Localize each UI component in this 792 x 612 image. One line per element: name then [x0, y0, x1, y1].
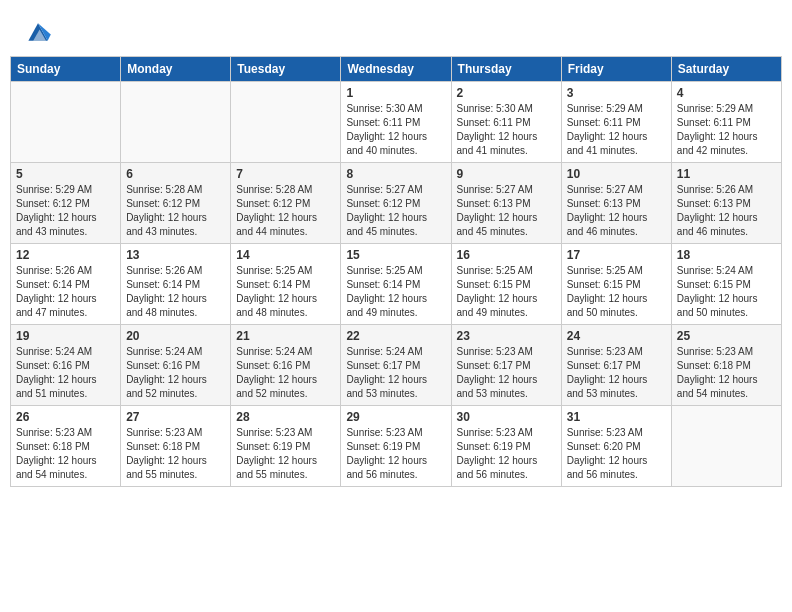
day-number: 10	[567, 167, 666, 181]
day-info: Sunrise: 5:25 AM Sunset: 6:14 PM Dayligh…	[236, 264, 335, 320]
day-number: 26	[16, 410, 115, 424]
weekday-header: Sunday	[11, 57, 121, 82]
day-number: 12	[16, 248, 115, 262]
page-header	[10, 10, 782, 52]
day-info: Sunrise: 5:24 AM Sunset: 6:16 PM Dayligh…	[236, 345, 335, 401]
logo	[22, 18, 58, 46]
calendar-cell: 31Sunrise: 5:23 AM Sunset: 6:20 PM Dayli…	[561, 406, 671, 487]
logo-icon	[22, 18, 54, 46]
day-info: Sunrise: 5:27 AM Sunset: 6:12 PM Dayligh…	[346, 183, 445, 239]
day-number: 16	[457, 248, 556, 262]
calendar-cell: 19Sunrise: 5:24 AM Sunset: 6:16 PM Dayli…	[11, 325, 121, 406]
day-info: Sunrise: 5:30 AM Sunset: 6:11 PM Dayligh…	[346, 102, 445, 158]
day-info: Sunrise: 5:26 AM Sunset: 6:14 PM Dayligh…	[126, 264, 225, 320]
day-info: Sunrise: 5:26 AM Sunset: 6:14 PM Dayligh…	[16, 264, 115, 320]
day-number: 8	[346, 167, 445, 181]
calendar-cell: 14Sunrise: 5:25 AM Sunset: 6:14 PM Dayli…	[231, 244, 341, 325]
day-number: 14	[236, 248, 335, 262]
calendar-week-row: 12Sunrise: 5:26 AM Sunset: 6:14 PM Dayli…	[11, 244, 782, 325]
day-number: 30	[457, 410, 556, 424]
day-info: Sunrise: 5:23 AM Sunset: 6:18 PM Dayligh…	[126, 426, 225, 482]
calendar-cell: 1Sunrise: 5:30 AM Sunset: 6:11 PM Daylig…	[341, 82, 451, 163]
day-number: 2	[457, 86, 556, 100]
calendar-cell: 30Sunrise: 5:23 AM Sunset: 6:19 PM Dayli…	[451, 406, 561, 487]
calendar-cell: 9Sunrise: 5:27 AM Sunset: 6:13 PM Daylig…	[451, 163, 561, 244]
calendar-cell: 11Sunrise: 5:26 AM Sunset: 6:13 PM Dayli…	[671, 163, 781, 244]
day-number: 31	[567, 410, 666, 424]
calendar-cell: 8Sunrise: 5:27 AM Sunset: 6:12 PM Daylig…	[341, 163, 451, 244]
calendar-cell: 22Sunrise: 5:24 AM Sunset: 6:17 PM Dayli…	[341, 325, 451, 406]
day-number: 28	[236, 410, 335, 424]
calendar-cell: 12Sunrise: 5:26 AM Sunset: 6:14 PM Dayli…	[11, 244, 121, 325]
day-info: Sunrise: 5:27 AM Sunset: 6:13 PM Dayligh…	[457, 183, 556, 239]
day-info: Sunrise: 5:28 AM Sunset: 6:12 PM Dayligh…	[126, 183, 225, 239]
day-number: 21	[236, 329, 335, 343]
calendar-cell: 28Sunrise: 5:23 AM Sunset: 6:19 PM Dayli…	[231, 406, 341, 487]
calendar-cell: 2Sunrise: 5:30 AM Sunset: 6:11 PM Daylig…	[451, 82, 561, 163]
day-info: Sunrise: 5:24 AM Sunset: 6:15 PM Dayligh…	[677, 264, 776, 320]
day-info: Sunrise: 5:25 AM Sunset: 6:15 PM Dayligh…	[457, 264, 556, 320]
calendar-cell: 10Sunrise: 5:27 AM Sunset: 6:13 PM Dayli…	[561, 163, 671, 244]
calendar-cell: 17Sunrise: 5:25 AM Sunset: 6:15 PM Dayli…	[561, 244, 671, 325]
calendar-cell: 13Sunrise: 5:26 AM Sunset: 6:14 PM Dayli…	[121, 244, 231, 325]
calendar-cell: 27Sunrise: 5:23 AM Sunset: 6:18 PM Dayli…	[121, 406, 231, 487]
day-number: 13	[126, 248, 225, 262]
weekday-header: Friday	[561, 57, 671, 82]
weekday-header: Thursday	[451, 57, 561, 82]
day-number: 1	[346, 86, 445, 100]
day-number: 27	[126, 410, 225, 424]
day-info: Sunrise: 5:29 AM Sunset: 6:11 PM Dayligh…	[567, 102, 666, 158]
day-info: Sunrise: 5:24 AM Sunset: 6:17 PM Dayligh…	[346, 345, 445, 401]
day-info: Sunrise: 5:23 AM Sunset: 6:19 PM Dayligh…	[236, 426, 335, 482]
day-number: 17	[567, 248, 666, 262]
day-info: Sunrise: 5:23 AM Sunset: 6:18 PM Dayligh…	[16, 426, 115, 482]
calendar-cell: 15Sunrise: 5:25 AM Sunset: 6:14 PM Dayli…	[341, 244, 451, 325]
day-number: 15	[346, 248, 445, 262]
weekday-header: Saturday	[671, 57, 781, 82]
day-number: 24	[567, 329, 666, 343]
day-info: Sunrise: 5:23 AM Sunset: 6:19 PM Dayligh…	[457, 426, 556, 482]
calendar-cell: 20Sunrise: 5:24 AM Sunset: 6:16 PM Dayli…	[121, 325, 231, 406]
calendar-cell: 25Sunrise: 5:23 AM Sunset: 6:18 PM Dayli…	[671, 325, 781, 406]
day-info: Sunrise: 5:29 AM Sunset: 6:11 PM Dayligh…	[677, 102, 776, 158]
day-number: 9	[457, 167, 556, 181]
calendar-cell	[671, 406, 781, 487]
calendar-cell: 6Sunrise: 5:28 AM Sunset: 6:12 PM Daylig…	[121, 163, 231, 244]
day-info: Sunrise: 5:23 AM Sunset: 6:18 PM Dayligh…	[677, 345, 776, 401]
day-number: 29	[346, 410, 445, 424]
day-info: Sunrise: 5:27 AM Sunset: 6:13 PM Dayligh…	[567, 183, 666, 239]
day-number: 19	[16, 329, 115, 343]
day-number: 4	[677, 86, 776, 100]
calendar-week-row: 5Sunrise: 5:29 AM Sunset: 6:12 PM Daylig…	[11, 163, 782, 244]
day-number: 25	[677, 329, 776, 343]
day-info: Sunrise: 5:29 AM Sunset: 6:12 PM Dayligh…	[16, 183, 115, 239]
day-info: Sunrise: 5:23 AM Sunset: 6:17 PM Dayligh…	[457, 345, 556, 401]
calendar-cell: 16Sunrise: 5:25 AM Sunset: 6:15 PM Dayli…	[451, 244, 561, 325]
day-number: 7	[236, 167, 335, 181]
day-info: Sunrise: 5:24 AM Sunset: 6:16 PM Dayligh…	[16, 345, 115, 401]
calendar-cell: 24Sunrise: 5:23 AM Sunset: 6:17 PM Dayli…	[561, 325, 671, 406]
day-info: Sunrise: 5:25 AM Sunset: 6:14 PM Dayligh…	[346, 264, 445, 320]
calendar-cell: 7Sunrise: 5:28 AM Sunset: 6:12 PM Daylig…	[231, 163, 341, 244]
calendar-cell: 26Sunrise: 5:23 AM Sunset: 6:18 PM Dayli…	[11, 406, 121, 487]
day-info: Sunrise: 5:24 AM Sunset: 6:16 PM Dayligh…	[126, 345, 225, 401]
day-number: 23	[457, 329, 556, 343]
calendar-header-row: SundayMondayTuesdayWednesdayThursdayFrid…	[11, 57, 782, 82]
calendar-cell: 5Sunrise: 5:29 AM Sunset: 6:12 PM Daylig…	[11, 163, 121, 244]
day-info: Sunrise: 5:26 AM Sunset: 6:13 PM Dayligh…	[677, 183, 776, 239]
weekday-header: Wednesday	[341, 57, 451, 82]
calendar-cell: 21Sunrise: 5:24 AM Sunset: 6:16 PM Dayli…	[231, 325, 341, 406]
weekday-header: Tuesday	[231, 57, 341, 82]
day-info: Sunrise: 5:23 AM Sunset: 6:20 PM Dayligh…	[567, 426, 666, 482]
day-info: Sunrise: 5:28 AM Sunset: 6:12 PM Dayligh…	[236, 183, 335, 239]
calendar-week-row: 1Sunrise: 5:30 AM Sunset: 6:11 PM Daylig…	[11, 82, 782, 163]
calendar-cell	[121, 82, 231, 163]
calendar-cell	[11, 82, 121, 163]
day-number: 11	[677, 167, 776, 181]
calendar-table: SundayMondayTuesdayWednesdayThursdayFrid…	[10, 56, 782, 487]
day-info: Sunrise: 5:25 AM Sunset: 6:15 PM Dayligh…	[567, 264, 666, 320]
weekday-header: Monday	[121, 57, 231, 82]
day-number: 3	[567, 86, 666, 100]
calendar-week-row: 19Sunrise: 5:24 AM Sunset: 6:16 PM Dayli…	[11, 325, 782, 406]
calendar-cell: 4Sunrise: 5:29 AM Sunset: 6:11 PM Daylig…	[671, 82, 781, 163]
